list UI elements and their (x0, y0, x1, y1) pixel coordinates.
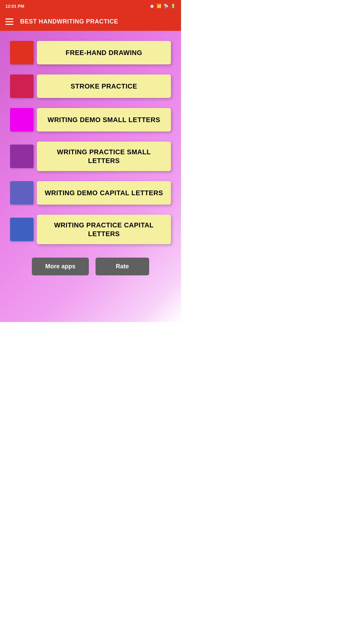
color-indicator-3 (10, 145, 34, 168)
hamburger-line-1 (5, 18, 13, 19)
rate-button[interactable]: Rate (96, 258, 149, 275)
menu-item-writing-demo-small[interactable]: WRITING DEMO SMALL LETTERS (10, 108, 171, 131)
status-time: 12:01 PM (5, 4, 24, 9)
app-header: BEST HANDWRITING PRACTICE (0, 12, 181, 31)
color-indicator-4 (10, 181, 34, 205)
hamburger-line-2 (5, 21, 13, 22)
color-indicator-1 (10, 74, 34, 98)
more-apps-button[interactable]: More apps (32, 258, 89, 275)
hamburger-line-3 (5, 24, 13, 25)
app-title: BEST HANDWRITING PRACTICE (20, 18, 118, 25)
hamburger-menu-button[interactable] (5, 18, 13, 25)
color-indicator-0 (10, 41, 34, 64)
menu-item-writing-practice-small[interactable]: WRITING PRACTICE SMALL LETTERS (10, 142, 171, 171)
writing-demo-capital-button[interactable]: WRITING DEMO CAPITAL LETTERS (37, 181, 171, 205)
main-content: FREE-HAND DRAWING STROKE PRACTICE WRITIN… (0, 31, 181, 322)
stroke-practice-button[interactable]: STROKE PRACTICE (37, 74, 171, 98)
writing-demo-small-button[interactable]: WRITING DEMO SMALL LETTERS (37, 108, 171, 131)
menu-item-writing-demo-capital[interactable]: WRITING DEMO CAPITAL LETTERS (10, 181, 171, 205)
status-bar: 12:01 PM ⏰ 📶 📡 🔋 (0, 0, 181, 12)
alarm-icon: ⏰ (149, 4, 155, 8)
menu-item-writing-practice-capital[interactable]: WRITING PRACTICE CAPITAL LETTERS (10, 215, 171, 244)
writing-practice-capital-button[interactable]: WRITING PRACTICE CAPITAL LETTERS (37, 215, 171, 244)
bottom-buttons-container: More apps Rate (10, 258, 171, 275)
color-indicator-5 (10, 218, 34, 241)
writing-practice-small-button[interactable]: WRITING PRACTICE SMALL LETTERS (37, 142, 171, 171)
signal-icon: 📡 (164, 4, 169, 8)
free-hand-drawing-button[interactable]: FREE-HAND DRAWING (37, 41, 171, 64)
color-indicator-2 (10, 108, 34, 131)
status-icons: ⏰ 📶 📡 🔋 (149, 4, 176, 8)
wifi-icon: 📶 (157, 4, 162, 8)
battery-icon: 🔋 (171, 4, 176, 8)
menu-item-free-hand-drawing[interactable]: FREE-HAND DRAWING (10, 41, 171, 64)
menu-item-stroke-practice[interactable]: STROKE PRACTICE (10, 74, 171, 98)
